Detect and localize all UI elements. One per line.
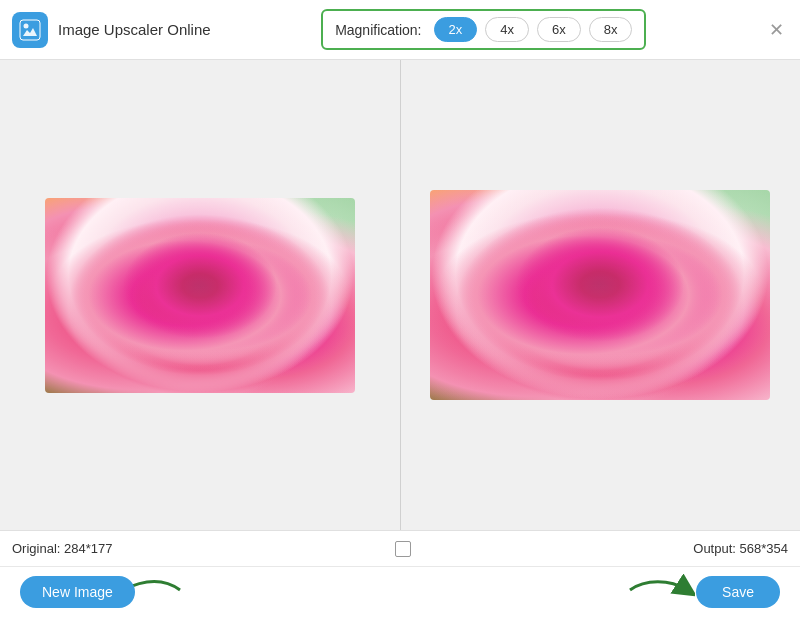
- magnification-label: Magnification:: [335, 22, 421, 38]
- mag-8x-button[interactable]: 8x: [589, 17, 633, 42]
- app-icon: [12, 12, 48, 48]
- bottom-bar: New Image Save: [0, 566, 800, 616]
- right-arrow-icon: [625, 574, 695, 606]
- header-left: Image Upscaler Online: [12, 12, 211, 48]
- original-image-panel: [0, 60, 400, 530]
- mag-6x-button[interactable]: 6x: [537, 17, 581, 42]
- output-image-panel: [401, 60, 801, 530]
- status-bar: Original: 284*177 Output: 568*354: [0, 530, 800, 566]
- output-image: [430, 190, 770, 400]
- new-image-button[interactable]: New Image: [20, 576, 135, 608]
- mag-4x-button[interactable]: 4x: [485, 17, 529, 42]
- app-title: Image Upscaler Online: [58, 21, 211, 38]
- mag-2x-button[interactable]: 2x: [434, 17, 478, 42]
- output-dimensions: Output: 568*354: [693, 541, 788, 556]
- center-checkbox[interactable]: [395, 541, 411, 557]
- original-image: [45, 198, 355, 393]
- original-dimensions: Original: 284*177: [12, 541, 112, 556]
- svg-point-1: [24, 23, 29, 28]
- save-button[interactable]: Save: [696, 576, 780, 608]
- magnification-controls: Magnification: 2x 4x 6x 8x: [321, 9, 646, 50]
- app-header: Image Upscaler Online Magnification: 2x …: [0, 0, 800, 60]
- svg-rect-0: [20, 20, 40, 40]
- main-image-area: [0, 60, 800, 530]
- close-button[interactable]: ✕: [765, 19, 788, 41]
